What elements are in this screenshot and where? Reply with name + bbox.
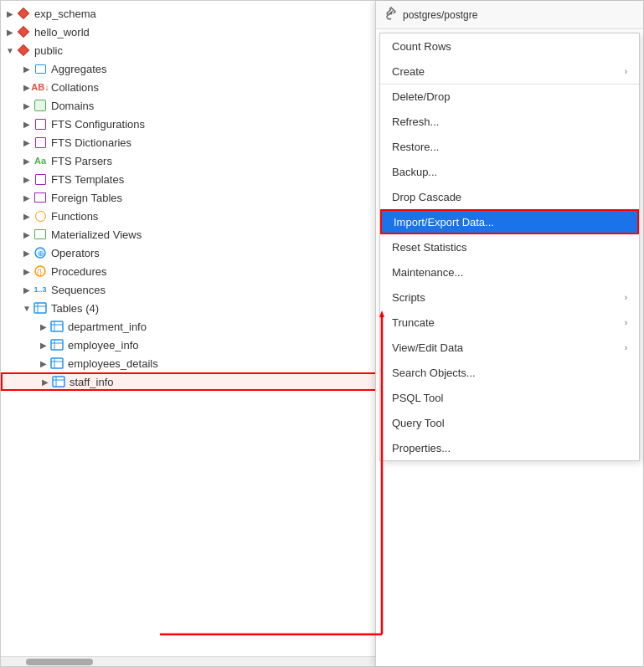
tree-item-label: Operators — [51, 247, 100, 259]
menu-item-query_tool[interactable]: Query Tool — [380, 410, 639, 435]
tree-item-domains[interactable]: ▶Domains — [1, 96, 385, 115]
expand-icon[interactable]: ▶ — [21, 285, 33, 295]
tree-item-employee_info[interactable]: ▶employee_info — [1, 336, 385, 354]
tree-item-label: FTS Dictionaries — [51, 136, 131, 149]
operators-icon: ⊕ — [33, 246, 48, 259]
menu-item-view_edit_data[interactable]: View/Edit Data› — [380, 335, 639, 360]
menu-item-import_export[interactable]: Import/Export Data... — [380, 209, 639, 234]
menu-item-count_rows[interactable]: Count Rows — [380, 33, 639, 59]
tree-item-fts_templates[interactable]: ▶FTS Templates — [1, 170, 385, 188]
context-menu: Count RowsCreate›Delete/DropRefresh...Re… — [379, 33, 640, 461]
expand-icon[interactable]: ▶ — [39, 377, 51, 387]
tree-item-fts_configurations[interactable]: ▶FTS Configurations — [1, 115, 385, 133]
menu-item-create[interactable]: Create› — [380, 59, 639, 84]
menu-item-search_objects[interactable]: Search Objects... — [380, 360, 639, 385]
menu-item-label: Delete/Drop — [392, 90, 450, 103]
menu-item-label: Reset Statistics — [392, 241, 467, 254]
sequences-icon: 1..3 — [33, 283, 48, 296]
tree-item-procedures[interactable]: ▶{}Procedures — [1, 262, 385, 280]
context-menu-panel: postgres/postgre Count RowsCreate›Delete… — [375, 1, 643, 666]
expand-icon[interactable]: ▼ — [4, 46, 16, 55]
tree-item-sequences[interactable]: ▶1..3Sequences — [1, 280, 385, 299]
expand-icon[interactable]: ▶ — [21, 249, 33, 258]
expand-icon[interactable]: ▶ — [4, 28, 16, 37]
svg-rect-13 — [51, 358, 63, 368]
expand-icon[interactable]: ▶ — [38, 341, 49, 350]
menu-item-label: Create — [392, 65, 425, 78]
menu-item-backup[interactable]: Backup... — [380, 159, 639, 184]
menu-item-maintenance[interactable]: Maintenance... — [380, 259, 639, 285]
tree-item-label: exp_schema — [34, 8, 96, 20]
expand-icon[interactable]: ▶ — [4, 9, 16, 18]
tree-item-tables[interactable]: ▼Tables (4) — [1, 299, 385, 317]
menu-item-label: Refresh... — [392, 115, 439, 128]
tree-item-foreign_tables[interactable]: ▶Foreign Tables — [1, 188, 385, 207]
menu-item-label: Properties... — [392, 442, 451, 454]
tree-item-label: Materialized Views — [51, 228, 142, 241]
menu-item-properties[interactable]: Properties... — [380, 435, 639, 460]
table-icon — [49, 320, 64, 333]
horizontal-scrollbar[interactable] — [1, 656, 386, 666]
parsers-icon: Aa — [33, 154, 48, 167]
tree-item-exp_schema[interactable]: ▶exp_schema — [1, 4, 385, 23]
expand-icon[interactable]: ▶ — [38, 359, 49, 368]
menu-header: postgres/postgre — [376, 1, 643, 29]
tree-item-collations[interactable]: ▶AB↓Collations — [1, 78, 385, 96]
expand-icon[interactable]: ▶ — [21, 156, 33, 166]
expand-icon[interactable]: ▶ — [21, 64, 33, 74]
foreign-icon — [33, 191, 48, 204]
tree-item-staff_info[interactable]: ▶staff_info — [1, 372, 385, 391]
menu-item-delete_drop[interactable]: Delete/Drop — [380, 84, 639, 109]
aggregates-icon — [33, 62, 48, 75]
scroll-thumb[interactable] — [26, 659, 93, 665]
expand-icon[interactable]: ▶ — [38, 322, 49, 331]
menu-item-restore[interactable]: Restore... — [380, 134, 639, 159]
menu-item-truncate[interactable]: Truncate› — [380, 310, 639, 335]
tree-item-hello_world[interactable]: ▶hello_world — [1, 23, 385, 41]
expand-icon[interactable]: ▶ — [21, 175, 33, 184]
menu-item-scripts[interactable]: Scripts› — [380, 285, 639, 310]
tree-item-label: hello_world — [34, 26, 90, 38]
table-icon — [49, 357, 64, 370]
menu-item-label: Count Rows — [392, 40, 451, 53]
procedures-icon: {} — [33, 264, 48, 278]
expand-icon[interactable]: ▼ — [21, 304, 33, 313]
menu-item-reset_statistics[interactable]: Reset Statistics — [380, 234, 639, 259]
tree-item-fts_parsers[interactable]: ▶AaFTS Parsers — [1, 151, 385, 170]
expand-icon[interactable]: ▶ — [21, 120, 33, 129]
menu-item-refresh[interactable]: Refresh... — [380, 109, 639, 134]
expand-icon[interactable]: ▶ — [21, 212, 33, 221]
expand-icon[interactable]: ▶ — [21, 267, 33, 276]
expand-icon[interactable]: ▶ — [21, 230, 33, 239]
tree-item-fts_dictionaries[interactable]: ▶FTS Dictionaries — [1, 133, 385, 151]
svg-text:⊕: ⊕ — [38, 249, 44, 258]
menu-item-label: Search Objects... — [392, 367, 476, 379]
menu-item-label: Backup... — [392, 166, 437, 178]
tree-item-public[interactable]: ▼public — [1, 41, 385, 59]
tree-panel: ▶exp_schema▶hello_world▼public▶Aggregate… — [1, 1, 386, 666]
submenu-arrow-icon: › — [625, 318, 627, 327]
tree-item-materialized_views[interactable]: ▶Materialized Views — [1, 225, 385, 244]
menu-item-psql_tool[interactable]: PSQL Tool — [380, 385, 639, 410]
tree-item-label: Aggregates — [51, 63, 107, 75]
tree-item-functions[interactable]: ▶Functions — [1, 207, 385, 225]
matviews-icon — [33, 228, 48, 241]
main-container: ▶exp_schema▶hello_world▼public▶Aggregate… — [0, 0, 644, 667]
tree-item-label: employee_info — [68, 339, 139, 351]
tree-item-label: public — [34, 44, 63, 57]
menu-item-label: Scripts — [392, 291, 425, 304]
expand-icon[interactable]: ▶ — [21, 138, 33, 147]
tree-item-employees_details[interactable]: ▶employees_details — [1, 354, 385, 372]
tree-item-department_info[interactable]: ▶department_info — [1, 317, 385, 336]
svg-rect-10 — [51, 340, 63, 350]
fts-icon — [33, 172, 48, 186]
submenu-arrow-icon: › — [625, 67, 627, 76]
menu-item-label: Maintenance... — [392, 266, 463, 279]
expand-icon[interactable]: ▶ — [21, 193, 33, 203]
menu-item-drop_cascade[interactable]: Drop Cascade — [380, 184, 639, 209]
tree-item-aggregates[interactable]: ▶Aggregates — [1, 59, 385, 78]
tree-item-label: Sequences — [51, 284, 106, 296]
tree-item-operators[interactable]: ▶⊕Operators — [1, 244, 385, 262]
expand-icon[interactable]: ▶ — [21, 101, 33, 110]
menu-item-label: Restore... — [392, 141, 439, 153]
